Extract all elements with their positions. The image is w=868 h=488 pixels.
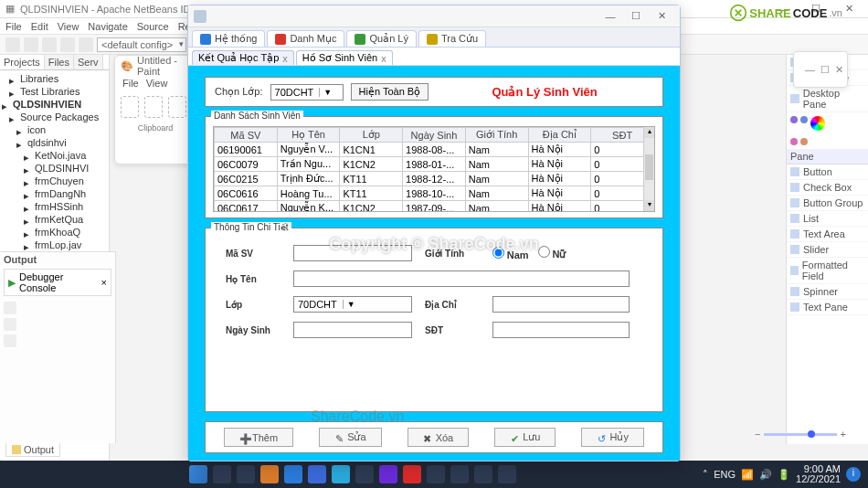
palette-item[interactable]: Text Area xyxy=(787,227,868,242)
lop-combo[interactable]: 70DCHT▼ xyxy=(293,296,412,313)
close-icon[interactable]: x xyxy=(282,53,288,64)
color-dot[interactable] xyxy=(800,116,808,123)
col-header[interactable]: Họ Tên xyxy=(277,128,340,143)
fw-close-icon[interactable]: ✕ xyxy=(835,64,843,76)
table-scrollbar[interactable]: ▴ ▾ xyxy=(643,127,654,211)
tray-wifi-icon[interactable]: 📶 xyxy=(741,469,754,481)
paint-cut-icon[interactable] xyxy=(144,96,163,118)
app-tab[interactable]: Tra Cứu xyxy=(418,30,486,47)
palette-item[interactable]: Spinner xyxy=(787,284,868,300)
taskbar-app-icon[interactable] xyxy=(403,465,421,483)
tree-node[interactable]: ▸frmHSSinh xyxy=(2,200,107,213)
tree-node[interactable]: ▸frmKetQua xyxy=(2,213,107,226)
color-wheel-icon[interactable] xyxy=(810,116,825,131)
taskbar-search-icon[interactable] xyxy=(213,465,231,483)
tool-redo-icon[interactable] xyxy=(79,37,93,52)
tree-node[interactable]: ▸Libraries xyxy=(2,72,107,85)
sub-tab[interactable]: Hồ Sơ Sinh Viênx xyxy=(296,50,393,65)
menu-source[interactable]: Source xyxy=(137,21,169,32)
tree-node[interactable]: ▸icon xyxy=(2,123,107,136)
zoom-in-icon[interactable]: + xyxy=(841,429,846,440)
tree-node[interactable]: ▸frmDangNh xyxy=(2,187,107,200)
table-row[interactable]: 06C0215Trịnh Đức...KT111988-12-...NamHà … xyxy=(215,172,654,186)
taskbar-app-icon[interactable] xyxy=(332,465,350,483)
radio-nu-input[interactable] xyxy=(538,246,550,258)
huy-button[interactable]: ↺Hủy xyxy=(581,428,643,447)
palette-item[interactable]: Slider xyxy=(787,242,868,258)
tool-new-icon[interactable] xyxy=(5,37,20,52)
table-row[interactable]: 06C0616Hoàng Tu...KT111988-10-...NamHà N… xyxy=(215,186,654,201)
tree-node[interactable]: ▸frmLop.jav xyxy=(2,239,107,251)
tree-node[interactable]: ▸frmChuyen xyxy=(2,175,107,187)
output-tool-icon[interactable] xyxy=(4,302,16,314)
app-tab[interactable]: Quản Lý xyxy=(346,30,416,47)
paint-select-icon[interactable] xyxy=(168,96,186,118)
table-row[interactable]: 06190061Nguyễn V...K1CN11988-08-...NamHà… xyxy=(215,143,654,157)
app-min-button[interactable]: — xyxy=(598,11,623,22)
diachi-field[interactable] xyxy=(492,296,630,313)
zoom-slider[interactable]: − + xyxy=(755,430,846,439)
col-header[interactable]: Ngày Sinh xyxy=(403,128,466,143)
start-button[interactable] xyxy=(189,465,207,483)
taskbar-app-icon[interactable] xyxy=(427,465,445,483)
taskbar-app-icon[interactable] xyxy=(498,465,516,483)
tree-node[interactable]: ▸frmKhoaQ xyxy=(2,226,107,239)
col-header[interactable]: Giới Tính xyxy=(465,128,528,143)
paint-menu-file[interactable]: File xyxy=(122,78,139,89)
color-dot[interactable] xyxy=(790,138,798,145)
taskbar-app-icon[interactable] xyxy=(237,465,255,483)
zoom-out-icon[interactable]: − xyxy=(755,429,760,440)
palette-item[interactable]: Button xyxy=(787,164,868,180)
xoa-button[interactable]: ✖Xóa xyxy=(408,428,470,447)
taskbar-app-icon[interactable] xyxy=(308,465,326,483)
output-tool-icon[interactable] xyxy=(4,334,16,347)
menu-view[interactable]: View xyxy=(58,21,79,32)
tree-node[interactable]: ▸qldsinhvi xyxy=(2,136,107,149)
tray-chevron-icon[interactable]: ˄ xyxy=(703,469,708,481)
menu-navigate[interactable]: Navigate xyxy=(88,21,127,32)
them-button[interactable]: ➕Thêm xyxy=(224,428,293,447)
tray-volume-icon[interactable]: 🔊 xyxy=(759,469,772,481)
fw-min-icon[interactable]: — xyxy=(805,64,815,75)
menu-edit[interactable]: Edit xyxy=(31,21,48,32)
tree-node[interactable]: ▸QLDSINHVI xyxy=(2,162,107,175)
palette-item[interactable]: Button Group xyxy=(787,196,868,211)
sub-tab[interactable]: Kết Quả Học Tậpx xyxy=(192,50,294,65)
tray-clock[interactable]: 9:00 AM12/2/2021 xyxy=(796,464,841,484)
color-dot[interactable] xyxy=(790,116,798,123)
table-row[interactable]: 06C0079Trần Ngu...K1CN21988-01-...NamHà … xyxy=(215,157,654,172)
scroll-down-icon[interactable]: ▾ xyxy=(644,200,654,211)
paint-paste-icon[interactable] xyxy=(121,96,139,118)
taskbar-app-icon[interactable] xyxy=(355,465,374,483)
chon-lop-combo[interactable]: 70DCHT▼ xyxy=(270,84,344,101)
app-max-button[interactable]: ☐ xyxy=(623,10,649,22)
output-tool-icon[interactable] xyxy=(4,318,16,331)
app-tab[interactable]: Danh Mục xyxy=(267,30,344,47)
palette-item[interactable]: Check Box xyxy=(787,180,868,196)
radio-nam-input[interactable] xyxy=(492,247,504,259)
close-icon[interactable]: × xyxy=(101,277,107,288)
tab-projects[interactable]: Projects xyxy=(0,55,45,69)
taskbar-app-icon[interactable] xyxy=(260,465,279,483)
col-header[interactable]: Địa Chỉ xyxy=(528,128,591,143)
scroll-up-icon[interactable]: ▴ xyxy=(644,127,654,138)
debugger-console-tab[interactable]: ▶ Debugger Console × xyxy=(4,269,111,296)
tool-save-icon[interactable] xyxy=(42,37,57,52)
tab-services[interactable]: Serv xyxy=(74,55,103,69)
fw-max-icon[interactable]: ☐ xyxy=(820,64,830,76)
tree-node[interactable]: ▸Test Libraries xyxy=(2,85,107,98)
sua-button[interactable]: ✎Sửa xyxy=(319,428,381,447)
taskbar-app-icon[interactable] xyxy=(379,465,397,483)
taskbar-app-icon[interactable] xyxy=(474,465,492,483)
menu-file[interactable]: File xyxy=(5,21,22,32)
tool-open-icon[interactable] xyxy=(24,37,38,52)
tab-files[interactable]: Files xyxy=(45,55,74,69)
tray-notif-icon[interactable]: i xyxy=(846,467,861,482)
tree-node[interactable]: ▸QLDSINHVIEN xyxy=(2,98,107,111)
app-tab[interactable]: Hệ thống xyxy=(192,30,265,47)
table-row[interactable]: 06C0617Nguyễn K...K1CN21987-09-...NamHà … xyxy=(215,201,654,213)
masv-field[interactable] xyxy=(293,245,412,261)
tray-battery-icon[interactable]: 🔋 xyxy=(778,469,790,481)
ngaysinh-field[interactable] xyxy=(293,322,412,338)
tool-undo-icon[interactable] xyxy=(60,37,75,52)
